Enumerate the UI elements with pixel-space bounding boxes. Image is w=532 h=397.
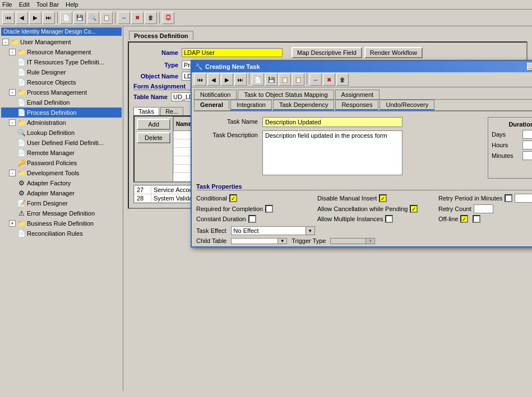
days-input[interactable] — [522, 130, 532, 139]
sidebar-item-password-policies[interactable]: 🔑 Password Policies — [1, 158, 122, 168]
sidebar-item-email-def[interactable]: 📄 Email Definition — [1, 97, 122, 108]
dlg-subtab-responses[interactable]: Responses — [335, 100, 378, 110]
add-task-btn[interactable]: Add — [137, 119, 170, 130]
offline-checkbox[interactable]: ✓ — [460, 215, 468, 223]
sidebar-item-it-resources[interactable]: 📄 IT Resources Type Definiti... — [1, 57, 122, 67]
dlg-tb-next[interactable]: ▶ — [221, 73, 233, 86]
tasks-tab[interactable]: Tasks — [133, 107, 159, 115]
tb-last[interactable]: ⏭ — [43, 12, 55, 24]
tb-clear[interactable]: 🗑 — [145, 12, 157, 24]
retry-period-prop: Retry Period in Minutes — [438, 194, 532, 203]
toggle-user-mgmt[interactable]: - — [2, 39, 9, 45]
dlg-tb-copy[interactable]: 📋 — [279, 73, 291, 86]
toggle-dev-tools[interactable]: - — [9, 170, 16, 176]
task-desc-textarea[interactable]: Description field updated in the process… — [262, 130, 403, 175]
dlg-subtab-undo[interactable]: Undo/Recovery — [380, 100, 434, 110]
sidebar-item-rule-designer[interactable]: 📄 Rule Designer — [1, 67, 122, 77]
offline-secondary-checkbox[interactable] — [473, 215, 480, 223]
folder-icon-resource-mgmt: 📁 — [17, 48, 26, 57]
tb-search[interactable]: 🔍 — [87, 12, 99, 24]
dlg-tb-last[interactable]: ⏭ — [234, 73, 247, 86]
dialog-minimize-btn[interactable]: _ — [527, 63, 532, 71]
menu-edit[interactable]: Edit — [19, 1, 30, 8]
dlg-tb-first[interactable]: ⏮ — [194, 73, 206, 86]
dlg-tb-new[interactable]: 📄 — [252, 73, 264, 86]
hours-row: Hours — [492, 141, 532, 150]
name-input[interactable] — [182, 48, 283, 57]
tb-save[interactable]: 💾 — [73, 12, 86, 24]
doc-icon-reconciliation-rules: 📄 — [17, 229, 26, 238]
tb-delete[interactable]: ✖ — [131, 12, 144, 24]
toggle-business-rule[interactable]: + — [9, 220, 16, 227]
dlg-tb-refresh[interactable]: ↔ — [309, 73, 322, 86]
sidebar-item-administration[interactable]: - 📁 Administration — [1, 118, 122, 128]
conditional-checkbox[interactable]: ✓ — [229, 194, 237, 202]
process-definition-tab[interactable]: Process Definition — [129, 31, 193, 40]
sidebar-item-process-mgmt[interactable]: - 📁 Process Management — [1, 87, 122, 97]
tb-prev[interactable]: ◀ — [16, 12, 28, 24]
dlg-subtab-integration[interactable]: Integration — [230, 100, 272, 110]
hours-input[interactable] — [522, 141, 532, 150]
disable-manual-checkbox[interactable]: ✓ — [379, 194, 387, 202]
minutes-label: Minutes — [492, 152, 522, 159]
toggle-process-mgmt[interactable]: - — [9, 89, 16, 96]
sidebar-item-user-defined[interactable]: 📄 User Defined Field Definiti... — [1, 138, 122, 148]
dlg-subtab-task-dep[interactable]: Task Dependency — [273, 100, 334, 110]
dlg-tb-clear[interactable]: 🗑 — [336, 73, 349, 86]
sidebar-item-user-mgmt[interactable]: - 📁 User Management — [1, 37, 122, 47]
delete-task-btn[interactable]: Delete — [137, 132, 170, 143]
menu-toolbar[interactable]: Tool Bar — [36, 1, 59, 8]
sidebar-item-remote-manager[interactable]: 📄 Remote Manager — [1, 148, 122, 158]
sidebar-item-resource-objects[interactable]: 📄 Resource Objects — [1, 77, 122, 87]
sidebar-item-form-designer[interactable]: 📝 Form Designer — [1, 198, 122, 208]
tb-refresh[interactable]: ↔ — [118, 12, 130, 24]
sidebar-item-process-def[interactable]: 📄 Process Definition — [1, 108, 122, 118]
tb-next[interactable]: ▶ — [29, 12, 41, 24]
tb-new[interactable]: 📄 — [60, 12, 72, 24]
dlg-tb-paste[interactable]: 📋 — [292, 73, 304, 86]
task-effect-row: Task Effect No Effect ▼ — [196, 226, 532, 235]
tb-print[interactable]: 📮 — [162, 12, 174, 24]
map-descriptive-btn[interactable]: Map Descriptive Field — [292, 47, 362, 58]
dlg-tab-object-status[interactable]: Task to Object Status Mapping — [238, 90, 334, 99]
dlg-tb-save[interactable]: 💾 — [265, 73, 277, 86]
child-table-arrow[interactable]: ▼ — [277, 239, 286, 244]
dialog-titlebar: 🔧 Creating New Task _ □ ✕ — [192, 61, 532, 72]
sidebar-item-resource-mgmt[interactable]: - 📁 Resource Management — [1, 47, 122, 57]
tb-copy[interactable]: 📋 — [100, 12, 113, 24]
sidebar-item-adapter-manager[interactable]: ⚙ Adapter Manager — [1, 188, 122, 198]
dlg-tb-prev[interactable]: ◀ — [207, 73, 220, 86]
retry-period-input[interactable] — [515, 194, 532, 203]
allow-cancel-checkbox[interactable]: ✓ — [410, 205, 418, 213]
required-completion-label: Required for Completion — [196, 205, 263, 212]
minutes-input[interactable] — [522, 151, 532, 160]
task-name-input[interactable] — [262, 117, 403, 127]
toggle-resource-mgmt[interactable]: - — [9, 49, 16, 55]
required-completion-checkbox[interactable] — [265, 205, 273, 213]
dlg-tab-notification[interactable]: Notification — [194, 90, 237, 99]
constant-duration-checkbox[interactable] — [248, 215, 256, 223]
toggle-administration[interactable]: - — [9, 119, 16, 126]
child-table-select[interactable]: ▼ — [231, 238, 287, 244]
task-effect-arrow[interactable]: ▼ — [306, 227, 314, 235]
dialog-subtabs-container: General Integration Task Dependency Resp… — [192, 100, 532, 111]
dlg-tb-delete[interactable]: ✖ — [323, 73, 335, 86]
responses-tab[interactable]: Re... — [160, 107, 183, 115]
days-label: Days — [492, 131, 522, 138]
dlg-subtab-general[interactable]: General — [194, 100, 229, 110]
sidebar-item-error-message[interactable]: ⚠ Error Message Definition — [1, 208, 122, 218]
dlg-tab-assignment[interactable]: Assignment — [335, 90, 380, 99]
task-effect-select[interactable]: No Effect ▼ — [231, 226, 315, 235]
sidebar-item-lookup-def[interactable]: 🔍 Lookup Definition — [1, 128, 122, 138]
menu-help[interactable]: Help — [66, 1, 78, 8]
render-workflow-btn[interactable]: Render Workflow — [364, 47, 423, 58]
allow-multiple-checkbox[interactable] — [385, 215, 393, 223]
sidebar-item-business-rule[interactable]: + 📁 Business Rule Definition — [1, 218, 122, 228]
tb-first[interactable]: ⏮ — [2, 12, 15, 24]
sidebar-item-adapter-factory[interactable]: ⚙ Adapter Factory — [1, 178, 122, 188]
sidebar-item-dev-tools[interactable]: - 📁 Development Tools — [1, 168, 122, 178]
menu-file[interactable]: File — [2, 1, 12, 8]
retry-period-checkbox[interactable] — [505, 194, 512, 202]
retry-count-input[interactable] — [474, 204, 493, 213]
sidebar-item-reconciliation-rules[interactable]: 📄 Reconciliation Rules — [1, 228, 122, 239]
